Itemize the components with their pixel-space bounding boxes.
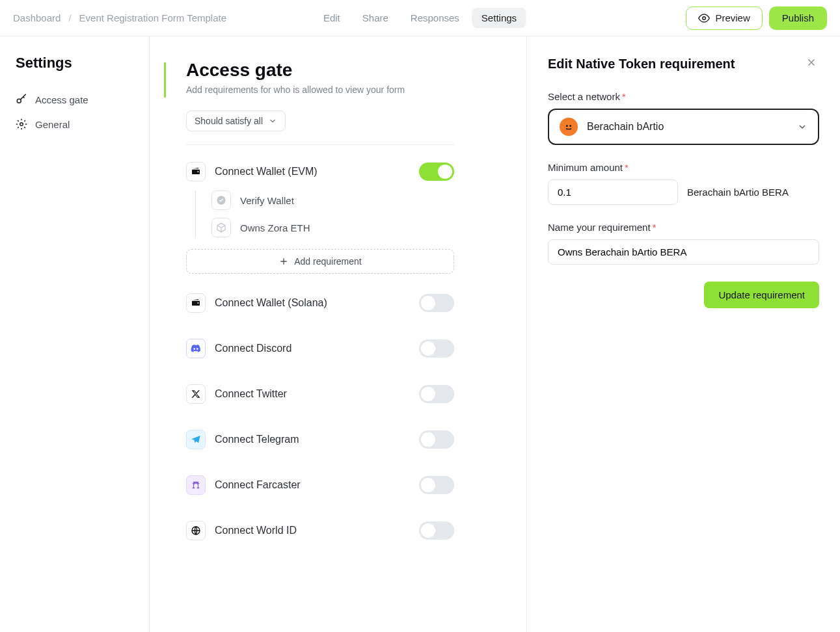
min-amount-input[interactable] (548, 179, 678, 205)
network-label: Select a network* (548, 91, 819, 102)
svg-point-0 (703, 16, 706, 20)
drawer-title: Edit Native Token requirement (548, 57, 735, 72)
telegram-icon (186, 430, 206, 449)
berachain-icon (560, 118, 578, 136)
sidebar-item-label: General (35, 119, 70, 130)
sidebar-title: Settings (16, 55, 133, 72)
toggle-worldid[interactable] (419, 521, 454, 540)
breadcrumb-current[interactable]: Event Registration Form Template (79, 12, 227, 23)
cube-icon (211, 218, 231, 237)
sidebar-item-general[interactable]: General (16, 112, 133, 137)
svg-point-1 (17, 99, 21, 103)
sidebar-item-access-gate[interactable]: Access gate (16, 87, 133, 112)
page-title: Access gate (186, 60, 454, 81)
update-requirement-button[interactable]: Update requirement (704, 282, 819, 308)
sidebar-item-label: Access gate (35, 94, 88, 105)
min-amount-label: Minimum amount* (548, 162, 819, 173)
close-button[interactable] (804, 56, 819, 72)
verify-icon (211, 191, 231, 210)
requirement-name-input[interactable] (548, 239, 819, 265)
breadcrumb-separator: / (68, 12, 71, 23)
wallet-evm-icon (186, 162, 206, 181)
requirement-owns-zora[interactable]: Owns Zora ETH (211, 218, 454, 237)
breadcrumb: Dashboard / Event Registration Form Temp… (13, 12, 226, 23)
farcaster-icon (186, 475, 206, 495)
preview-button[interactable]: Preview (686, 7, 762, 30)
toggle-telegram[interactable] (419, 430, 454, 449)
chevron-down-icon (268, 116, 277, 125)
close-icon (806, 57, 817, 68)
connector-label-farcaster: Connect Farcaster (215, 479, 410, 491)
satisfy-mode-select[interactable]: Should satisfy all (186, 111, 286, 131)
gear-icon (16, 118, 27, 130)
requirement-label: Verify Wallet (240, 195, 294, 206)
connector-label-twitter: Connect Twitter (215, 388, 410, 400)
requirement-verify-wallet[interactable]: Verify Wallet (211, 191, 454, 210)
add-requirement-button[interactable]: Add requirement (186, 249, 454, 274)
tab-share[interactable]: Share (353, 8, 398, 28)
toggle-solana[interactable] (419, 294, 454, 312)
toggle-farcaster[interactable] (419, 476, 454, 494)
page-subtitle: Add requirements for who is allowed to v… (186, 85, 454, 95)
connector-label-telegram: Connect Telegram (215, 434, 410, 445)
tab-settings[interactable]: Settings (472, 8, 526, 28)
publish-button[interactable]: Publish (769, 7, 827, 30)
discord-icon (186, 339, 206, 358)
key-icon (16, 94, 27, 105)
connector-label-evm: Connect Wallet (EVM) (215, 166, 410, 178)
worldid-icon (186, 521, 206, 540)
requirement-label: Owns Zora ETH (240, 222, 310, 233)
eye-icon (698, 12, 710, 24)
chevron-down-icon (797, 122, 807, 132)
toggle-twitter[interactable] (419, 385, 454, 403)
connector-label-discord: Connect Discord (215, 343, 410, 354)
network-value: Berachain bArtio (587, 121, 788, 133)
plus-icon (278, 256, 289, 267)
divider (186, 144, 454, 145)
twitter-x-icon (186, 384, 206, 404)
svg-point-5 (566, 125, 568, 127)
connector-label-solana: Connect Wallet (Solana) (215, 297, 410, 309)
svg-point-2 (20, 123, 23, 126)
toggle-discord[interactable] (419, 339, 454, 358)
breadcrumb-dashboard[interactable]: Dashboard (13, 12, 61, 23)
network-select[interactable]: Berachain bArtio (548, 109, 819, 145)
requirement-name-label: Name your requirement* (548, 222, 819, 233)
toggle-evm[interactable] (419, 163, 454, 181)
wallet-solana-icon (186, 293, 206, 313)
tab-edit[interactable]: Edit (314, 8, 349, 28)
connector-label-worldid: Connect World ID (215, 525, 410, 536)
svg-point-6 (569, 125, 571, 127)
min-amount-suffix: Berachain bArtio BERA (687, 187, 789, 198)
tab-responses[interactable]: Responses (401, 8, 468, 28)
